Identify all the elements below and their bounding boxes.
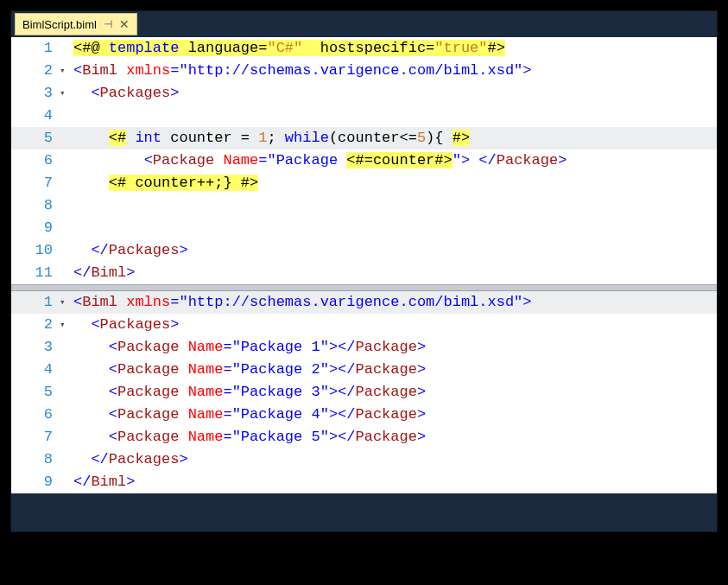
code-line[interactable]: 5 <Package Name="Package 3"></Package>	[11, 381, 717, 404]
code-text[interactable]: </Packages>	[73, 239, 717, 262]
bottom-bar	[11, 493, 717, 531]
line-number: 3	[11, 82, 60, 105]
code-line[interactable]: 4	[11, 105, 717, 127]
code-text[interactable]: </Biml>	[73, 262, 717, 284]
code-text[interactable]: <Package Name="Package <#=counter#>"> </…	[73, 149, 717, 172]
line-number: 1	[11, 291, 60, 314]
code-pane-bottom[interactable]: 1 ▾ <Biml xmlns="http://schemas.varigenc…	[11, 291, 717, 493]
code-line[interactable]: 11 </Biml>	[11, 262, 717, 284]
fold-gutter[interactable]	[60, 105, 73, 127]
line-number: 3	[11, 336, 60, 359]
fold-toggle[interactable]: ▾	[60, 314, 73, 336]
code-line[interactable]: 8 </Packages>	[11, 448, 717, 471]
line-number: 1	[11, 37, 60, 60]
code-line-current[interactable]: 1 ▾ <Biml xmlns="http://schemas.varigenc…	[11, 291, 717, 314]
line-number: 4	[11, 105, 60, 127]
fold-gutter[interactable]	[60, 336, 73, 359]
code-text[interactable]: </Packages>	[73, 448, 717, 471]
fold-gutter[interactable]	[60, 262, 73, 284]
line-number: 7	[11, 426, 60, 448]
line-number: 2	[11, 60, 60, 82]
fold-gutter[interactable]	[60, 149, 73, 172]
code-text[interactable]: <Biml xmlns="http://schemas.varigence.co…	[73, 60, 717, 82]
code-text[interactable]: <Package Name="Package 2"></Package>	[73, 359, 717, 381]
code-line[interactable]: 2 ▾ <Biml xmlns="http://schemas.varigenc…	[11, 60, 717, 82]
line-number: 9	[11, 217, 60, 239]
code-text[interactable]: </Biml>	[73, 471, 717, 493]
line-number: 8	[11, 194, 60, 217]
line-number: 5	[11, 381, 60, 404]
split-divider[interactable]	[11, 284, 717, 291]
code-line[interactable]: 7 <# counter++;} #>	[11, 172, 717, 194]
code-line[interactable]: 6 <Package Name="Package 4"></Package>	[11, 404, 717, 426]
code-text[interactable]	[73, 194, 717, 217]
editor-frame: BimlScript.biml ⊣ ✕ 1 <#@ template langu…	[10, 10, 718, 532]
line-number: 9	[11, 471, 60, 493]
code-text[interactable]	[73, 217, 717, 239]
fold-gutter[interactable]	[60, 471, 73, 493]
fold-gutter[interactable]	[60, 127, 73, 149]
tab-bar: BimlScript.biml ⊣ ✕	[11, 11, 717, 37]
code-text[interactable]: <Package Name="Package 5"></Package>	[73, 426, 717, 448]
code-line-current[interactable]: 5 <# int counter = 1; while(counter<=5){…	[11, 127, 717, 149]
code-line[interactable]: 3 ▾ <Packages>	[11, 82, 717, 105]
code-line[interactable]: 10 </Packages>	[11, 239, 717, 262]
line-number: 8	[11, 448, 60, 471]
code-line[interactable]: 2 ▾ <Packages>	[11, 314, 717, 336]
pin-icon[interactable]: ⊣	[104, 18, 112, 30]
fold-toggle[interactable]: ▾	[60, 291, 73, 314]
fold-gutter[interactable]	[60, 359, 73, 381]
line-number: 6	[11, 149, 60, 172]
line-number: 10	[11, 239, 60, 262]
code-line[interactable]: 6 <Package Name="Package <#=counter#>"> …	[11, 149, 717, 172]
line-number: 2	[11, 314, 60, 336]
fold-gutter[interactable]	[60, 404, 73, 426]
close-icon[interactable]: ✕	[119, 17, 130, 31]
code-line[interactable]: 1 <#@ template language="C#" hostspecifi…	[11, 37, 717, 60]
code-text[interactable]: <# counter++;} #>	[73, 172, 717, 194]
line-number: 4	[11, 359, 60, 381]
code-text[interactable]: <#@ template language="C#" hostspecific=…	[73, 37, 717, 60]
code-text[interactable]: <Package Name="Package 1"></Package>	[73, 336, 717, 359]
fold-gutter[interactable]	[60, 426, 73, 448]
fold-gutter[interactable]	[60, 194, 73, 217]
code-line[interactable]: 8	[11, 194, 717, 217]
code-line[interactable]: 9 </Biml>	[11, 471, 717, 493]
fold-gutter[interactable]	[60, 37, 73, 60]
code-text[interactable]	[73, 105, 717, 127]
code-text[interactable]: <Packages>	[73, 314, 717, 336]
fold-gutter[interactable]	[60, 172, 73, 194]
fold-toggle[interactable]: ▾	[60, 82, 73, 105]
line-number: 7	[11, 172, 60, 194]
tab-filename: BimlScript.biml	[22, 18, 97, 31]
fold-gutter[interactable]	[60, 381, 73, 404]
line-number: 11	[11, 262, 60, 284]
code-text[interactable]: <Package Name="Package 4"></Package>	[73, 404, 717, 426]
code-line[interactable]: 4 <Package Name="Package 2"></Package>	[11, 359, 717, 381]
fold-gutter[interactable]	[60, 239, 73, 262]
code-line[interactable]: 3 <Package Name="Package 1"></Package>	[11, 336, 717, 359]
fold-gutter[interactable]	[60, 448, 73, 471]
code-line[interactable]: 7 <Package Name="Package 5"></Package>	[11, 426, 717, 448]
fold-gutter[interactable]	[60, 217, 73, 239]
code-text[interactable]: <# int counter = 1; while(counter<=5){ #…	[73, 127, 717, 149]
code-text[interactable]: <Biml xmlns="http://schemas.varigence.co…	[73, 291, 717, 314]
code-text[interactable]: <Package Name="Package 3"></Package>	[73, 381, 717, 404]
line-number: 6	[11, 404, 60, 426]
code-pane-top[interactable]: 1 <#@ template language="C#" hostspecifi…	[11, 37, 717, 284]
file-tab[interactable]: BimlScript.biml ⊣ ✕	[15, 13, 137, 35]
code-text[interactable]: <Packages>	[73, 82, 717, 105]
code-line[interactable]: 9	[11, 217, 717, 239]
fold-toggle[interactable]: ▾	[60, 60, 73, 82]
line-number: 5	[11, 127, 60, 149]
